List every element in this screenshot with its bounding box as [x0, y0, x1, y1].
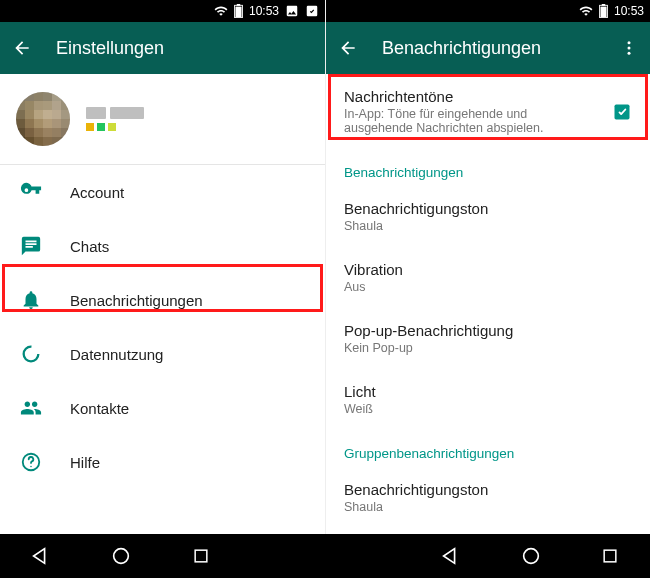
section-notifications: Benachrichtigungen	[326, 149, 650, 186]
setting-popup[interactable]: Pop-up-Benachrichtigung Kein Pop-up	[326, 308, 650, 369]
nav-recent-icon[interactable]	[600, 546, 620, 566]
check-indicator-icon	[305, 4, 319, 18]
menu-label: Datennutzung	[70, 346, 163, 363]
setting-title: Benachrichtigungston	[344, 200, 632, 217]
setting-light[interactable]: Licht Weiß	[326, 369, 650, 430]
svg-point-4	[24, 347, 39, 362]
svg-point-14	[114, 549, 129, 564]
svg-rect-9	[600, 7, 606, 18]
nav-home-icon[interactable]	[110, 545, 132, 567]
menu-label: Account	[70, 184, 124, 201]
status-time: 10:53	[249, 4, 279, 18]
nav-back-icon[interactable]	[29, 545, 51, 567]
menu-item-account[interactable]: Account	[0, 165, 325, 219]
svg-point-10	[628, 41, 631, 44]
settings-screen: 10:53 Einstellungen Account	[0, 0, 325, 534]
setting-subtitle: Weiß	[344, 402, 632, 416]
setting-title: Vibration	[344, 261, 632, 278]
menu-item-notifications[interactable]: Benachrichtigungen	[0, 273, 325, 327]
battery-icon	[234, 4, 243, 18]
app-bar: Benachrichtigungen	[326, 22, 650, 74]
svg-point-6	[30, 466, 31, 467]
back-icon[interactable]	[338, 38, 358, 58]
navigation-bar	[0, 534, 650, 578]
setting-notification-tone[interactable]: Benachrichtigungston Shaula	[326, 186, 650, 247]
menu-label: Chats	[70, 238, 109, 255]
setting-group-notification-tone[interactable]: Benachrichtigungston Shaula	[326, 467, 650, 528]
image-indicator-icon	[285, 4, 299, 18]
setting-title: Nachrichtentöne	[344, 88, 594, 105]
menu-item-help[interactable]: Hilfe	[0, 435, 325, 489]
menu-item-contacts[interactable]: Kontakte	[0, 381, 325, 435]
app-bar: Einstellungen	[0, 22, 325, 74]
setting-title: Licht	[344, 383, 632, 400]
section-group-notifications: Gruppenbenachrichtigungen	[326, 430, 650, 467]
menu-item-data-usage[interactable]: Datennutzung	[0, 327, 325, 381]
notifications-screen: 10:53 Benachrichtigungen Nachrichtentöne…	[325, 0, 650, 534]
menu-label: Benachrichtigungen	[70, 292, 203, 309]
page-title: Benachrichtigungen	[382, 38, 541, 59]
battery-icon	[599, 4, 608, 18]
avatar	[16, 92, 70, 146]
profile-row[interactable]	[0, 74, 325, 164]
chat-icon	[18, 233, 44, 259]
setting-title: Pop-up-Benachrichtigung	[344, 322, 632, 339]
setting-message-tones[interactable]: Nachrichtentöne In-App: Töne für eingehe…	[326, 74, 650, 149]
contacts-icon	[18, 395, 44, 421]
nav-back-icon[interactable]	[439, 545, 461, 567]
svg-rect-15	[195, 550, 207, 562]
profile-status-redacted	[86, 123, 144, 131]
svg-rect-1	[237, 4, 241, 6]
menu-item-chats[interactable]: Chats	[0, 219, 325, 273]
svg-point-12	[628, 52, 631, 55]
setting-subtitle: Shaula	[344, 219, 632, 233]
svg-rect-17	[605, 550, 617, 562]
status-bar: 10:53	[326, 0, 650, 22]
svg-point-16	[523, 549, 538, 564]
svg-rect-2	[235, 7, 241, 18]
status-time: 10:53	[614, 4, 644, 18]
setting-vibration[interactable]: Vibration Aus	[326, 247, 650, 308]
setting-subtitle: In-App: Töne für eingehende und ausgehen…	[344, 107, 594, 135]
setting-subtitle: Kein Pop-up	[344, 341, 632, 355]
menu-label: Kontakte	[70, 400, 129, 417]
svg-rect-8	[602, 4, 606, 6]
wifi-icon	[579, 4, 593, 18]
profile-text	[86, 107, 144, 131]
data-icon	[18, 341, 44, 367]
status-bar: 10:53	[0, 0, 325, 22]
setting-subtitle: Shaula	[344, 500, 632, 514]
nav-home-icon[interactable]	[520, 545, 542, 567]
key-icon	[18, 179, 44, 205]
setting-title: Benachrichtigungston	[344, 481, 632, 498]
checkbox-checked-icon[interactable]	[612, 102, 632, 122]
bell-icon	[18, 287, 44, 313]
profile-name-redacted	[86, 107, 144, 119]
setting-subtitle: Aus	[344, 280, 632, 294]
page-title: Einstellungen	[56, 38, 164, 59]
nav-recent-icon[interactable]	[191, 546, 211, 566]
svg-point-11	[628, 47, 631, 50]
help-icon	[18, 449, 44, 475]
wifi-icon	[214, 4, 228, 18]
back-icon[interactable]	[12, 38, 32, 58]
menu-label: Hilfe	[70, 454, 100, 471]
overflow-icon[interactable]	[620, 39, 638, 57]
